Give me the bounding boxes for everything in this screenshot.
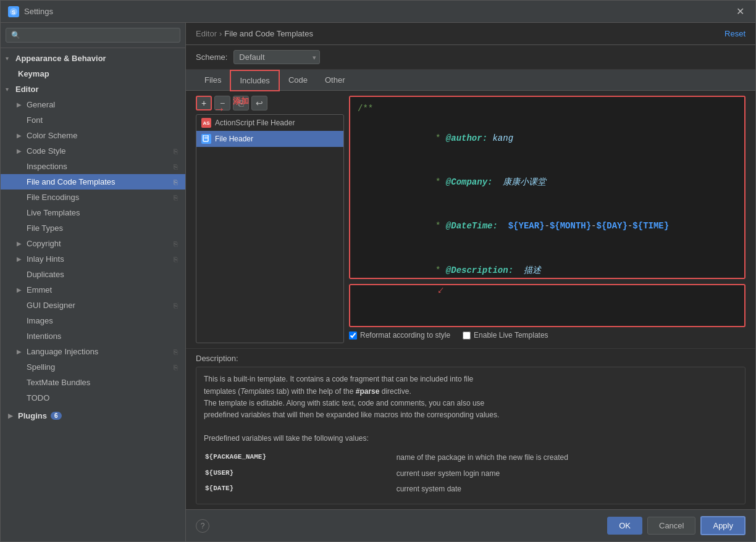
description-title: Description: [196,354,746,363]
copy-icon: ⎘ [174,194,178,201]
sidebar-item-label: General [27,100,178,109]
sidebar-item-inlay-hints[interactable]: ▶ Inlay Hints ⎘ [1,251,185,267]
sidebar-item-textmate-bundles[interactable]: TextMate Bundles [1,375,185,390]
expand-icon: ▶ [17,348,25,355]
sidebar-item-copyright[interactable]: ▶ Copyright ⎘ [1,236,185,251]
sidebar-item-todo[interactable]: TODO [1,390,185,406]
reformat-checkbox[interactable] [349,331,357,340]
file-header-icon [201,134,211,144]
code-editor[interactable]: /** * @author: kang * @Company: 康康小课堂 * … [349,96,746,279]
sidebar-item-label: Editor [15,85,178,94]
reformat-checkbox-label[interactable]: Reformat according to style [349,331,450,340]
expand-icon: ▶ [17,256,25,262]
sidebar-item-color-scheme[interactable]: ▶ Color Scheme [1,128,185,143]
sidebar-item-file-and-code-templates[interactable]: File and Code Templates ⎘ [1,174,185,190]
add-template-button[interactable]: + [196,96,212,110]
sidebar-item-code-style[interactable]: ▶ Code Style ⎘ [1,143,185,159]
template-list-item-actionscript[interactable]: AS ActionScript File Header [196,115,343,131]
revert-template-button[interactable]: ↩ [251,96,267,110]
sidebar-item-intentions[interactable]: Intentions [1,328,185,344]
sidebar-item-gui-designer[interactable]: GUI Designer ⎘ [1,298,185,313]
sidebar-item-keymap[interactable]: Keymap [1,66,185,81]
sidebar-item-file-types[interactable]: File Types [1,220,185,236]
tab-code[interactable]: Code [280,70,316,91]
description-section: Description: This is a built-in template… [186,348,755,509]
search-area [1,23,185,48]
live-templates-checkbox[interactable] [463,331,471,340]
apply-button[interactable]: Apply [700,516,746,535]
plugins-badge: 6 [51,412,62,420]
sidebar-item-label: Font [27,115,178,125]
sidebar-item-general[interactable]: ▶ General [1,97,185,112]
description-input[interactable] [349,284,746,327]
table-row: ${PACKAGE_NAME} name of the package in w… [205,451,736,465]
live-templates-checkbox-label[interactable]: Enable Live Templates [463,331,548,340]
copy-icon: ⎘ [174,240,178,248]
sidebar-item-label: Copyright [27,239,171,248]
cancel-button[interactable]: Cancel [647,517,695,535]
sidebar-item-label: Keymap [18,69,178,78]
right-header: Editor › File and Code Templates Reset [186,23,755,45]
sidebar-item-label: Color Scheme [27,131,178,140]
breadcrumb-current: File and Code Templates [224,29,313,38]
sidebar-item-appearance[interactable]: ▾ Appearance & Behavior [1,51,185,66]
sidebar-item-images[interactable]: Images [1,313,185,328]
code-line-5: * @Description: 描述 [358,249,737,279]
copy-icon: ⎘ [174,302,178,309]
sidebar-item-language-injections[interactable]: ▶ Language Injections ⎘ [1,344,185,359]
template-list-item-file-header[interactable]: File Header [196,131,343,147]
sidebar-item-file-encodings[interactable]: File Encodings ⎘ [1,190,185,205]
copy-icon: ⎘ [174,364,178,371]
sidebar-item-label: TODO [27,393,178,402]
svg-text:S: S [12,9,15,15]
sidebar: ▾ Appearance & Behavior Keymap ▾ Editor … [1,23,186,541]
titlebar: S Settings ✕ [1,1,755,23]
code-line-3: * @Company: 康康小课堂 [358,161,737,204]
sidebar-item-emmet[interactable]: ▶ Emmet [1,282,185,298]
scheme-label: Scheme: [196,52,227,62]
search-input[interactable] [6,28,180,43]
ok-button[interactable]: OK [607,517,642,535]
scheme-row: Scheme: Default Project [186,45,755,70]
bottom-bar: ? OK Cancel Apply [186,509,755,541]
sidebar-item-label: Language Injections [27,347,171,356]
template-item-label: File Header [215,135,253,143]
help-button[interactable]: ? [196,519,209,533]
tab-other[interactable]: Other [316,70,354,91]
tab-includes[interactable]: Includes [230,70,279,91]
sidebar-item-label: Appearance & Behavior [15,54,178,63]
breadcrumb-parent: Editor [196,29,217,38]
sidebar-item-inspections[interactable]: Inspections ⎘ [1,159,185,174]
sidebar-item-label: File Types [27,223,178,233]
app-icon: S [8,6,19,17]
description-box: This is a built-in template. It contains… [196,367,746,504]
breadcrumb-sep: › [219,29,222,38]
sidebar-plugins-group[interactable]: ▶ Plugins 6 [1,408,185,423]
desc-text-4: predefined variables that will then be e… [204,411,499,419]
sidebar-item-label: Images [27,316,178,325]
tab-files[interactable]: Files [196,70,230,91]
var-desc-1: name of the package in which the new fil… [397,451,736,465]
sidebar-item-label: Inlay Hints [27,254,171,264]
table-row: ${DATE} current system date [205,482,736,496]
copy-icon: ⎘ [174,348,178,356]
code-line-1: /** [358,102,737,117]
scheme-select[interactable]: Default Project [233,50,320,64]
sidebar-item-live-templates[interactable]: Live Templates [1,205,185,220]
scheme-select-wrapper: Default Project [233,50,320,64]
sidebar-item-duplicates[interactable]: Duplicates [1,267,185,282]
actionscript-icon: AS [201,118,211,128]
sidebar-item-label: Inspections [27,162,171,171]
desc-text-1: This is a built-in template. It contains… [204,375,473,383]
sidebar-item-editor[interactable]: ▾ Editor [1,81,185,97]
template-area: + − ⎘ ↩ 添加 → AS ActionScript File Header [186,91,755,348]
expand-icon: ▶ [17,132,25,139]
expand-icon: ▾ [6,55,14,62]
sidebar-item-spelling[interactable]: Spelling ⎘ [1,359,185,375]
reset-button[interactable]: Reset [724,29,746,38]
desc-text-2: templates (Templates tab) with the help … [204,387,411,396]
close-button[interactable]: ✕ [733,4,748,19]
var-desc-3: current system date [397,482,736,496]
sidebar-item-font[interactable]: Font [1,112,185,128]
expand-icon: ▶ [8,412,17,419]
